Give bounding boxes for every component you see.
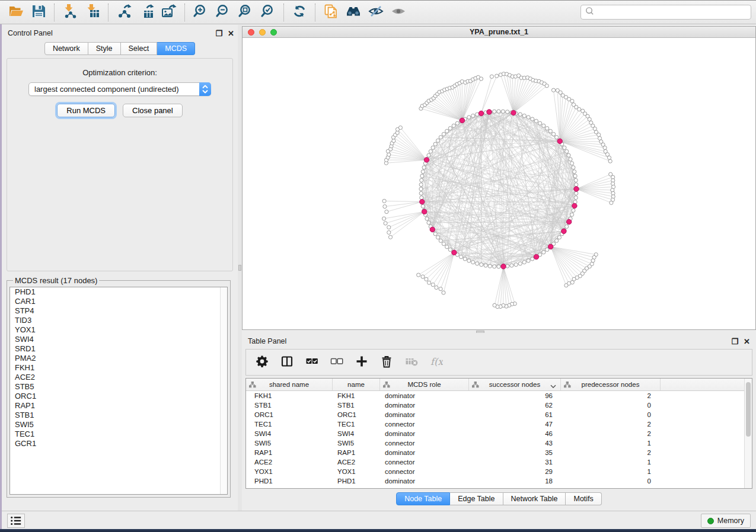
cell-name[interactable]: SWI4 — [333, 429, 380, 438]
cell-name[interactable]: FKH1 — [333, 391, 380, 400]
mcds-result-item[interactable]: SRD1 — [10, 344, 227, 354]
graph-node[interactable] — [497, 110, 500, 113]
zoom-in-button[interactable] — [189, 2, 212, 23]
table-row[interactable]: SWI4SWI4dominator462 — [246, 429, 752, 438]
graph-node[interactable] — [452, 124, 455, 127]
minimize-window-icon[interactable] — [259, 29, 266, 36]
graph-node[interactable] — [488, 264, 492, 268]
float-panel-icon[interactable]: ❐ — [215, 30, 222, 37]
hide-details-button[interactable] — [365, 2, 387, 23]
add-column-button[interactable] — [355, 355, 368, 370]
graph-node[interactable] — [476, 262, 479, 265]
graph-node[interactable] — [570, 162, 574, 165]
graph-node[interactable] — [608, 159, 612, 163]
graph-node[interactable] — [555, 239, 559, 242]
cell-successor-nodes[interactable]: 29 — [469, 467, 561, 476]
mcds-result-item[interactable]: SWI5 — [10, 420, 227, 430]
column-header-MCDS-role[interactable]: MCDS role — [380, 379, 469, 390]
cell-predecessor-nodes[interactable]: 0 — [561, 476, 661, 486]
graph-node[interactable] — [479, 77, 483, 81]
cell-MCDS-role[interactable]: dominator — [380, 476, 469, 486]
graph-node[interactable] — [531, 117, 534, 121]
cell-MCDS-role[interactable]: connector — [380, 467, 469, 476]
graph-node[interactable] — [534, 119, 538, 123]
first-neighbors-button[interactable] — [342, 2, 365, 23]
mcds-result-item[interactable]: TEC1 — [10, 430, 227, 439]
graph-node[interactable] — [442, 291, 445, 294]
cell-MCDS-role[interactable]: dominator — [380, 391, 469, 400]
mcds-node[interactable] — [422, 209, 427, 214]
graph-node[interactable] — [548, 129, 552, 133]
table-row[interactable]: PHD1PHD1dominator180 — [246, 476, 752, 486]
graph-node[interactable] — [442, 132, 445, 136]
graph-node[interactable] — [388, 235, 392, 239]
graph-node[interactable] — [435, 286, 438, 289]
graph-node[interactable] — [445, 129, 449, 133]
cell-name[interactable]: RAP1 — [333, 448, 380, 457]
cell-successor-nodes[interactable]: 31 — [469, 457, 561, 467]
cell-successor-nodes[interactable]: 35 — [469, 448, 561, 457]
close-panel-button[interactable]: Close panel — [123, 104, 183, 117]
mcds-node[interactable] — [562, 229, 566, 233]
mcds-result-list[interactable]: PHD1CAR1STP4TID3YOX1SWI4SRD1PMA2FKH1ACE2… — [9, 287, 228, 495]
graph-node[interactable] — [427, 221, 430, 225]
mcds-result-item[interactable]: YOX1 — [10, 325, 227, 335]
graph-node[interactable] — [588, 117, 591, 121]
import-network-button[interactable] — [59, 2, 81, 23]
vertical-splitter[interactable] — [238, 25, 242, 511]
graph-node[interactable] — [387, 226, 391, 229]
mcds-result-item[interactable]: STB5 — [10, 382, 227, 392]
cell-MCDS-role[interactable]: dominator — [380, 429, 469, 438]
close-table-panel-icon[interactable]: ✕ — [744, 338, 750, 345]
mcds-node[interactable] — [420, 199, 425, 204]
table-settings-gear-button[interactable] — [256, 355, 269, 370]
column-header-successor-nodes[interactable]: successor nodes — [469, 379, 561, 390]
graph-node[interactable] — [610, 201, 613, 204]
graph-node[interactable] — [421, 275, 425, 278]
graph-node[interactable] — [392, 139, 395, 143]
mcds-result-item[interactable]: PHD1 — [10, 287, 227, 297]
mcds-result-item[interactable]: PMA2 — [10, 354, 227, 363]
graph-node[interactable] — [557, 236, 561, 239]
delete-column-button[interactable] — [380, 355, 393, 370]
mcds-node[interactable] — [460, 118, 464, 123]
graph-node[interactable] — [445, 245, 449, 249]
tab-network[interactable]: Network — [44, 42, 88, 55]
graph-node[interactable] — [431, 146, 435, 149]
cell-shared-name[interactable]: SWI5 — [246, 438, 333, 448]
network-graph[interactable] — [243, 38, 755, 329]
graph-node[interactable] — [493, 265, 496, 268]
graph-node[interactable] — [436, 236, 440, 239]
cell-successor-nodes[interactable]: 46 — [469, 429, 561, 438]
cell-predecessor-nodes[interactable]: 0 — [561, 400, 661, 410]
mcds-node[interactable] — [511, 110, 516, 115]
deselect-all-columns-button[interactable] — [330, 355, 343, 370]
tab-select[interactable]: Select — [121, 42, 158, 55]
cell-predecessor-nodes[interactable]: 1 — [561, 457, 661, 467]
cell-MCDS-role[interactable]: dominator — [380, 448, 469, 457]
cell-MCDS-role[interactable]: connector — [380, 438, 469, 448]
graph-node[interactable] — [448, 127, 452, 130]
graph-node[interactable] — [385, 210, 388, 213]
mcds-node[interactable] — [452, 250, 457, 255]
graph-node[interactable] — [467, 116, 471, 119]
show-details-button[interactable] — [387, 2, 410, 23]
column-header-name[interactable]: name — [333, 379, 380, 390]
cell-predecessor-nodes[interactable]: 2 — [561, 391, 661, 400]
mcds-result-item[interactable]: GCR1 — [10, 439, 227, 448]
graph-node[interactable] — [382, 199, 386, 203]
cell-shared-name[interactable]: YOX1 — [246, 467, 333, 476]
graph-node[interactable] — [563, 146, 566, 149]
cell-successor-nodes[interactable]: 96 — [469, 391, 561, 400]
graph-node[interactable] — [603, 146, 607, 149]
vertical-splitter-grip[interactable] — [238, 265, 241, 271]
graph-node[interactable] — [522, 261, 526, 264]
graph-node[interactable] — [433, 142, 437, 146]
memory-button[interactable]: Memory — [701, 514, 751, 528]
zoom-out-button[interactable] — [212, 2, 234, 23]
graph-node[interactable] — [546, 248, 549, 251]
cell-predecessor-nodes[interactable]: 1 — [561, 467, 661, 476]
graph-node[interactable] — [420, 196, 423, 200]
graph-node[interactable] — [467, 259, 471, 262]
graph-node[interactable] — [382, 217, 386, 220]
